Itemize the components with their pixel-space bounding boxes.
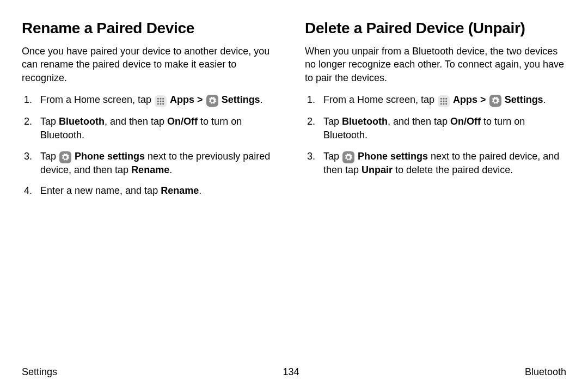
- footer-topic: Bluetooth: [525, 366, 566, 378]
- svg-point-20: [494, 100, 497, 102]
- page-footer: Settings 134 Bluetooth: [22, 366, 566, 378]
- svg-point-21: [347, 156, 350, 158]
- right-column: Delete a Paired Device (Unpair) When you…: [305, 20, 566, 205]
- step-text: From a Home screen, tap: [323, 94, 437, 105]
- step-text: to delete the paired device.: [393, 164, 513, 175]
- bold-text: Phone settings: [358, 151, 428, 162]
- list-item: Tap Bluetooth, and then tap On/Off to tu…: [22, 115, 283, 142]
- list-item: Enter a new name, and tap Rename.: [22, 184, 283, 198]
- bold-text: On/Off: [450, 116, 481, 127]
- step-text: , and then tap: [388, 116, 450, 127]
- list-item: From a Home screen, tap Apps > Settings.: [305, 93, 566, 107]
- svg-point-0: [157, 98, 159, 100]
- svg-point-11: [440, 98, 442, 100]
- apps-grid-icon: [438, 95, 450, 107]
- bold-text: Rename: [161, 185, 199, 196]
- step-text: Enter a new name, and tap: [40, 185, 161, 196]
- settings-label: Settings: [222, 94, 260, 105]
- svg-point-16: [445, 100, 447, 102]
- bold-text: Unpair: [362, 164, 393, 175]
- svg-point-18: [443, 103, 445, 105]
- step-text: .: [543, 94, 546, 105]
- separator: >: [194, 94, 206, 105]
- list-item: Tap Phone settings next to the previousl…: [22, 150, 283, 177]
- svg-point-2: [162, 98, 164, 100]
- list-item: From a Home screen, tap Apps > Settings.: [22, 93, 283, 107]
- step-text: From a Home screen, tap: [40, 94, 154, 105]
- settings-gear-icon: [489, 95, 501, 107]
- step-text: .: [260, 94, 263, 105]
- bold-text: On/Off: [167, 116, 198, 127]
- footer-section: Settings: [22, 366, 57, 378]
- svg-point-6: [157, 103, 159, 105]
- svg-point-10: [64, 156, 66, 158]
- step-text: Tap: [323, 151, 342, 162]
- delete-steps: From a Home screen, tap Apps > Settings.…: [305, 93, 566, 176]
- left-column: Rename a Paired Device Once you have pai…: [22, 20, 283, 205]
- svg-point-8: [162, 103, 164, 105]
- apps-label: Apps: [453, 94, 477, 105]
- bold-text: Phone settings: [75, 151, 145, 162]
- step-text: .: [169, 164, 172, 175]
- rename-intro: Once you have paired your device to anot…: [22, 45, 283, 84]
- step-text: Tap: [40, 116, 59, 127]
- rename-section-title: Rename a Paired Device: [22, 20, 283, 37]
- settings-gear-icon: [206, 95, 218, 107]
- svg-point-5: [162, 100, 164, 102]
- content-columns: Rename a Paired Device Once you have pai…: [22, 20, 566, 205]
- settings-label: Settings: [505, 94, 543, 105]
- settings-gear-icon: [342, 151, 354, 163]
- svg-point-17: [440, 103, 442, 105]
- bold-text: Bluetooth: [342, 116, 388, 127]
- step-text: .: [199, 185, 201, 196]
- delete-intro: When you unpair from a Bluetooth device,…: [305, 45, 566, 84]
- separator: >: [477, 94, 489, 105]
- step-text: , and then tap: [105, 116, 167, 127]
- svg-point-15: [443, 100, 445, 102]
- svg-point-4: [160, 100, 162, 102]
- list-item: Tap Bluetooth, and then tap On/Off to tu…: [305, 115, 566, 142]
- svg-point-19: [445, 103, 447, 105]
- svg-point-14: [440, 100, 442, 102]
- bold-text: Rename: [131, 164, 169, 175]
- bold-text: Bluetooth: [59, 116, 105, 127]
- page-number: 134: [283, 366, 299, 378]
- svg-point-9: [211, 100, 213, 102]
- apps-label: Apps: [170, 94, 194, 105]
- svg-point-13: [445, 98, 447, 100]
- rename-steps: From a Home screen, tap Apps > Settings.…: [22, 93, 283, 198]
- svg-point-7: [160, 103, 162, 105]
- step-text: Tap: [323, 116, 342, 127]
- settings-gear-icon: [59, 151, 71, 163]
- step-text: Tap: [40, 151, 59, 162]
- svg-point-12: [443, 98, 445, 100]
- apps-grid-icon: [155, 95, 167, 107]
- svg-point-3: [157, 100, 159, 102]
- list-item: Tap Phone settings next to the paired de…: [305, 150, 566, 177]
- svg-point-1: [160, 98, 162, 100]
- delete-section-title: Delete a Paired Device (Unpair): [305, 20, 566, 37]
